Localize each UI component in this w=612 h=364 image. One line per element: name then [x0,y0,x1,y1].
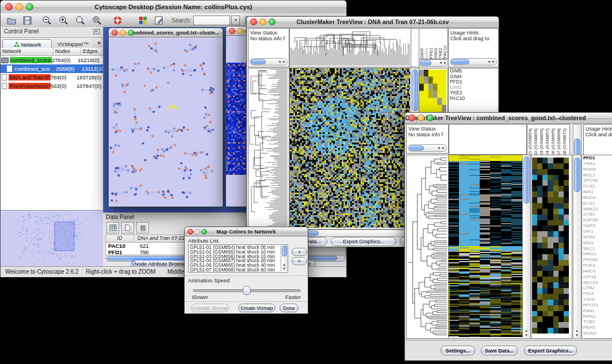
scroll-right-icon[interactable]: ► [442,146,445,150]
scroll-left-icon[interactable]: ◄ [439,61,442,64]
main-titlebar[interactable]: Cytoscape Desktop (Session Name: collins… [1,1,346,14]
scrollbar-thumb[interactable] [574,158,580,192]
done-button[interactable]: Done [280,304,299,312]
gene-label[interactable]: PEP5 [582,325,612,331]
move-down-button[interactable]: ∨ [292,257,307,265]
scroll-left-icon[interactable]: ◄ [437,146,441,150]
gene-label[interactable]: HAP3 [582,223,612,229]
tv1-column-dendrogram-canvas[interactable] [290,29,410,66]
scroll-down-icon[interactable]: ▼ [575,334,579,337]
col-nodes[interactable]: Nodes [53,48,81,55]
zoom-selected-icon[interactable] [75,16,86,25]
float-panel-icon[interactable] [93,29,100,35]
view-status-scrollbar[interactable]: ◄ ► [250,58,288,66]
gene-label[interactable]: GTB1 [582,212,612,217]
tv1-heatmap[interactable] [289,68,412,229]
tv1-mini-hscrollbar[interactable]: ◄ ► [419,59,448,67]
col-edges[interactable]: Edges [81,48,103,55]
new-attribute-button[interactable] [121,222,134,233]
close-button[interactable] [112,29,118,36]
network-table-row[interactable]: combined_scores 2764(0) 16218(0) [1,56,103,64]
search-dropdown-button[interactable]: ▼ [231,16,240,25]
gene-label[interactable]: SPC98 [582,178,612,183]
scroll-left-icon[interactable]: ◄ [278,60,281,63]
network-table-row[interactable]: combined_sco 2569(6) 13112(15) [1,64,103,73]
zoom-fit-icon[interactable] [92,16,102,25]
settings-button[interactable]: Settings... [441,346,475,355]
attribute-item[interactable]: GPL51-07 (GSM868) heat shock 60 min [189,268,288,273]
zoom-button[interactable] [26,3,33,11]
gene-label[interactable]: FIG4 [582,291,612,297]
gene-label[interactable]: CLN1 [582,183,612,189]
minimize-button[interactable] [259,18,266,25]
view-status-scrollbar[interactable]: ◄ ► [408,144,447,152]
birdseye-view[interactable] [1,210,103,267]
gene-label[interactable]: RNR4 [582,167,612,173]
open-file-icon[interactable] [6,16,17,25]
treeview1-titlebar[interactable]: ClusterMaker TreeView : DNA and Tran 07-… [247,17,499,28]
close-button[interactable] [408,114,415,121]
scrollbar-thumb[interactable] [523,156,530,204]
tv1-column-dendrogram[interactable] [289,28,412,67]
zoom-button[interactable] [269,18,276,25]
gene-label[interactable]: MSI1 [582,240,612,246]
network-view-canvas[interactable] [109,37,221,206]
scroll-right-icon[interactable]: ► [492,60,495,63]
column-label[interactable]: GIM4 [424,48,429,59]
gene-label[interactable]: MSL1 [582,173,612,178]
gene-label[interactable]: RPO21 [582,302,612,308]
birdseye-canvas[interactable] [1,210,102,266]
tv1-row-dendrogram[interactable] [248,68,289,229]
gene-label[interactable]: HRD3 [582,269,612,274]
column-label[interactable]: PAC10 [442,45,447,59]
scroll-down-icon[interactable]: ▼ [282,267,286,270]
select-attributes-button[interactable] [106,222,119,233]
scroll-up-icon[interactable]: ▲ [525,329,528,332]
gene-label[interactable]: MAK31 [582,206,612,212]
gene-label[interactable]: HMG1 [582,251,612,257]
zoom-button[interactable] [128,29,134,36]
gene-label[interactable]: PHO81 [582,257,612,263]
listbox-scrollbar[interactable]: ▲ ▼ [281,245,288,271]
minimize-button[interactable] [120,29,126,36]
gene-label[interactable]: CPA2 [582,285,612,291]
gene-label[interactable]: NIS1 [582,189,612,195]
scrollbar-thumb[interactable] [412,70,418,111]
save-icon[interactable] [22,16,33,25]
network-view-titlebar[interactable]: combined_scores_good.txt--cluste... [109,28,223,37]
tv2-vscrollbar[interactable]: ▲ ▼ [522,155,531,339]
column-label[interactable]: PFD1 [429,48,433,59]
network-table-row[interactable]: DNA and Tran 07 769(0) 183728(0) [1,73,103,82]
annotation-icon[interactable] [154,16,165,25]
scroll-up-icon[interactable]: ▲ [575,329,579,332]
scrollbar-thumb[interactable] [420,60,431,66]
gene-label[interactable]: YSH1 [582,297,612,302]
close-button[interactable] [229,28,235,34]
delete-attribute-button[interactable] [136,222,149,233]
vizmapper-icon[interactable] [138,16,148,25]
tv2-column-tree-area[interactable] [449,124,527,155]
tab-vizmapper[interactable]: VizMapper™ [52,39,94,48]
gene-label[interactable]: YRA1 [582,161,612,167]
gene-label[interactable]: PUF3 [582,263,612,269]
help-lifering-icon[interactable] [113,16,123,25]
id-column-header[interactable]: ID [106,235,134,242]
zoom-button[interactable] [427,114,434,121]
gene-label[interactable]: VIP1 [582,229,612,235]
speed-slider-thumb[interactable] [243,286,251,295]
tv2-row-dendrogram[interactable] [406,155,449,339]
move-up-button[interactable]: ∧ [292,248,307,256]
gene-label[interactable]: BUD4 [582,195,612,201]
treeview2-titlebar[interactable]: ClusterMaker TreeView : combined_scores_… [405,113,612,124]
scrollbar-thumb[interactable] [251,59,266,64]
tv1-export-graphics-button[interactable]: Export Graphics... [331,237,396,246]
network-table-row[interactable]: RNAPuberNov2+ 563(0) 107847(0) [1,82,103,90]
column-label[interactable]: YKE2 [438,48,442,59]
scroll-up-icon[interactable]: ▲ [282,263,286,266]
scrollbar-thumb[interactable] [451,59,469,64]
tv2-heatmap[interactable] [449,155,523,339]
export-graphics-button[interactable]: Export Graphics... [524,346,577,355]
close-button[interactable] [5,3,13,11]
gene-label[interactable]: SEC1 [582,246,612,252]
gene-label[interactable]: NTR2 [582,235,612,240]
